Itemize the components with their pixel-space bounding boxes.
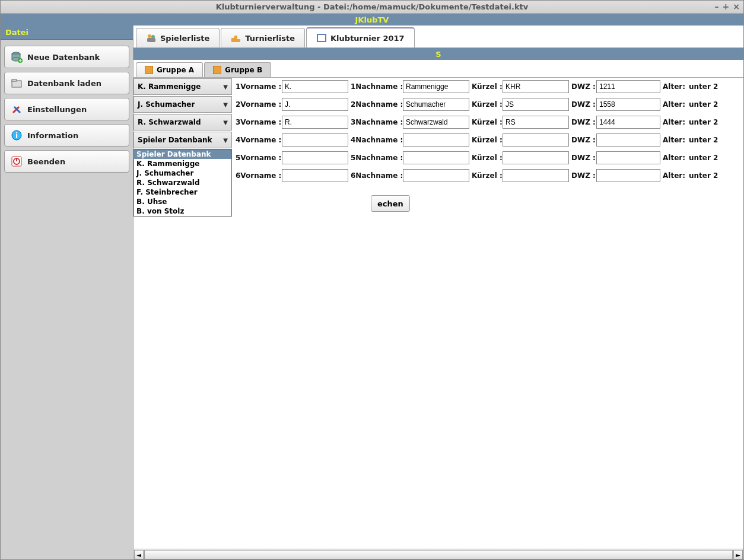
vorname-label: 3Vorname : (233, 118, 282, 126)
folder-open-icon (11, 77, 23, 89)
section-label: S (435, 50, 441, 59)
window-title: Klubturnierverwaltung - Datei:/home/mamu… (216, 2, 529, 11)
nachname-input[interactable] (403, 151, 469, 164)
nachname-input[interactable] (403, 98, 469, 111)
player-row: R. Schwarzwald▼3Vorname :3Nachname :Kürz… (133, 113, 743, 131)
chevron-down-icon: ▼ (223, 119, 228, 126)
dwz-input[interactable] (596, 133, 660, 147)
kuerzel-input[interactable] (503, 151, 569, 164)
nachname-input[interactable] (403, 80, 469, 93)
kuerzel-input[interactable] (503, 80, 569, 93)
nachname-label: 4Nachname : (348, 136, 403, 144)
subtab-gruppe-a[interactable]: Gruppe A (136, 62, 203, 77)
dwz-input[interactable] (596, 80, 660, 93)
dwz-input[interactable] (596, 98, 660, 111)
kuerzel-input[interactable] (503, 116, 569, 129)
dwz-label: DWZ : (569, 100, 596, 109)
tab-klubturnier-2017[interactable]: Klubturnier 2017 (306, 27, 415, 47)
kuerzel-label: Kürzel : (469, 100, 503, 109)
tab-label: Klubturnier 2017 (330, 34, 405, 43)
alter-label: Alter: (660, 154, 686, 162)
vorname-input[interactable] (282, 169, 348, 182)
kuerzel-label: Kürzel : (469, 171, 503, 180)
svg-text:+: + (18, 58, 23, 63)
nachname-input[interactable] (403, 116, 469, 129)
dropdown-option[interactable]: Spieler Datenbank (134, 149, 231, 159)
window-titlebar: Klubturnierverwaltung - Datei:/home/mamu… (1, 1, 743, 14)
window-maximize-icon[interactable]: + (723, 2, 730, 11)
chevron-down-icon: ▼ (223, 84, 228, 90)
vorname-input[interactable] (282, 151, 348, 164)
kuerzel-input[interactable] (503, 133, 569, 147)
player-dropdown-list[interactable]: Spieler DatenbankK. RammeniggeJ. Schumac… (133, 149, 232, 217)
dwz-input[interactable] (596, 151, 660, 164)
podium-icon (231, 33, 241, 43)
database-new-icon: + (11, 51, 23, 63)
subtab-gruppe-b[interactable]: Gruppe B (204, 62, 271, 77)
vorname-label: 1Vorname : (233, 82, 282, 91)
alter-label: Alter: (660, 118, 686, 126)
dwz-input[interactable] (596, 116, 660, 129)
dropdown-option[interactable]: J. Schumacher (134, 168, 231, 178)
scroll-left-icon[interactable]: ◄ (134, 550, 144, 559)
kuerzel-input[interactable] (503, 98, 569, 111)
dropdown-option[interactable]: K. Rammenigge (134, 159, 231, 168)
vorname-input[interactable] (282, 80, 348, 93)
scroll-right-icon[interactable]: ► (733, 550, 743, 559)
horizontal-scrollbar[interactable]: ◄ ► (133, 549, 743, 559)
kuerzel-input[interactable] (503, 169, 569, 182)
dwz-label: DWZ : (569, 171, 596, 180)
player-select-combo[interactable]: J. Schumacher▼ (133, 96, 232, 113)
player-select-combo[interactable]: R. Schwarzwald▼ (133, 114, 232, 131)
dropdown-option[interactable]: B. Uhse (134, 197, 231, 206)
dwz-input[interactable] (596, 169, 660, 182)
sidebar-item-label: Neue Datenbank (27, 53, 100, 62)
grid-icon (213, 66, 221, 74)
player-select-combo[interactable]: K. Rammenigge▼ (133, 78, 232, 95)
chevron-down-icon: ▼ (223, 137, 228, 144)
nachname-input[interactable] (403, 169, 469, 182)
kuerzel-label: Kürzel : (469, 118, 503, 126)
alter-value: unter 2 (686, 171, 716, 180)
secondary-tabs: Gruppe AGruppe B (133, 60, 743, 78)
nachname-label: 6Nachname : (348, 171, 403, 180)
vorname-label: 5Vorname : (233, 154, 282, 162)
sidebar-item-neue-datenbank[interactable]: +Neue Datenbank (4, 46, 129, 68)
dwz-label: DWZ : (569, 82, 596, 91)
window-minimize-icon[interactable]: – (715, 2, 719, 11)
subtab-label: Gruppe B (225, 66, 262, 74)
window-close-icon[interactable]: × (733, 2, 740, 11)
svg-rect-5 (12, 81, 21, 87)
dropdown-option[interactable]: F. Steinbrecher (134, 187, 231, 197)
nachname-label: 5Nachname : (348, 154, 403, 162)
players-icon (146, 33, 157, 43)
svg-rect-17 (231, 38, 234, 42)
subtab-label: Gruppe A (157, 66, 194, 74)
tab-label: Turnierliste (245, 34, 295, 43)
player-select-combo[interactable]: Spieler Datenbank▼ (133, 132, 232, 148)
nachname-input[interactable] (403, 133, 469, 147)
alter-label: Alter: (660, 82, 686, 91)
scroll-thumb[interactable] (144, 550, 733, 559)
alter-label: Alter: (660, 100, 686, 109)
nachname-label: 2Nachname : (348, 100, 403, 109)
vorname-input[interactable] (282, 98, 348, 111)
sidebar-item-einstellungen[interactable]: Einstellungen (4, 98, 129, 120)
tab-label: Spielerliste (160, 34, 209, 43)
kuerzel-label: Kürzel : (469, 82, 503, 91)
vorname-input[interactable] (282, 133, 348, 147)
alter-value: unter 2 (686, 154, 716, 162)
sidebar-item-beenden[interactable]: Beenden (4, 150, 129, 173)
tab-turnierliste[interactable]: Turnierliste (221, 28, 305, 47)
sidebar-item-information[interactable]: iInformation (4, 124, 129, 147)
dropdown-option[interactable]: R. Schwarzwald (134, 178, 231, 187)
player-row: Spieler Datenbank▼4Vorname :4Nachname :K… (133, 131, 743, 149)
sidebar-item-datenbank-laden[interactable]: Datenbank laden (4, 72, 129, 94)
alter-value: unter 2 (686, 100, 716, 109)
app-header: JKlubTV (1, 14, 743, 26)
vorname-input[interactable] (282, 116, 348, 129)
cancel-button-partial[interactable]: echen (371, 195, 410, 212)
player-row: K. Rammenigge▼1Vorname :1Nachname :Kürze… (133, 78, 743, 96)
tab-spielerliste[interactable]: Spielerliste (136, 28, 220, 47)
dropdown-option[interactable]: B. von Stolz (134, 206, 231, 216)
